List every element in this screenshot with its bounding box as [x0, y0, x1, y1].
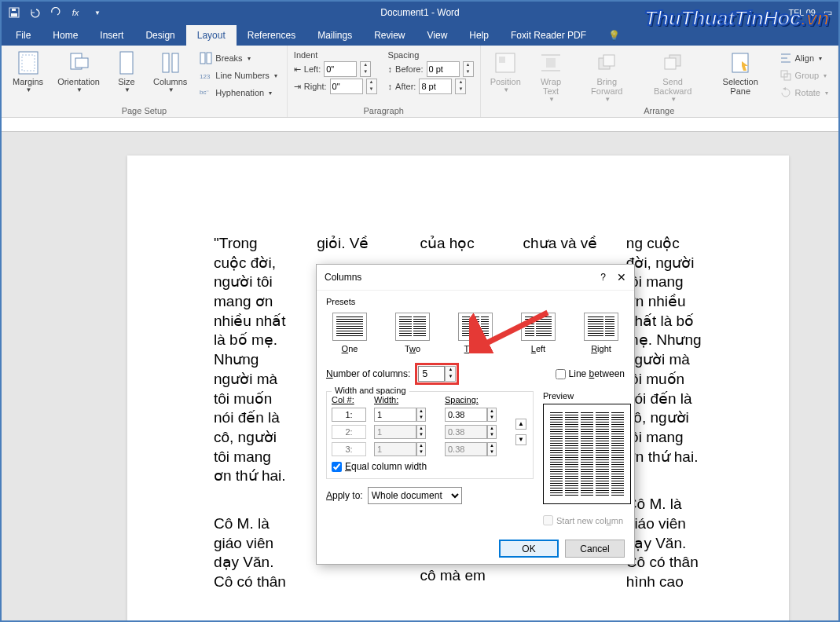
group-arrange: Position▼ Wrap Text▼ Bring Forward▼ Send… [481, 46, 838, 117]
tab-file[interactable]: File [5, 25, 42, 46]
quick-access-toolbar: fx ▼ [8, 6, 104, 19]
group-paragraph: Indent ⇤Left:▲▼ ⇥Right:▲▼ Spacing ↕Befor… [288, 46, 481, 117]
svg-rect-6 [75, 58, 88, 68]
svg-rect-20 [603, 55, 614, 66]
spacing-label: Spacing [388, 50, 474, 60]
dialog-titlebar[interactable]: Columns ? ✕ [317, 265, 634, 291]
breaks-button[interactable]: Breaks▾ [196, 50, 280, 66]
presets-label: Presets [326, 297, 625, 306]
svg-rect-11 [207, 53, 211, 64]
presets-row: OneTwoThreeLeftRight [326, 309, 625, 360]
svg-rect-16 [546, 58, 556, 68]
send-backward-button: Send Backward▼ [640, 49, 704, 104]
tab-design[interactable]: Design [134, 25, 185, 46]
tab-help[interactable]: Help [458, 25, 500, 46]
save-icon[interactable] [8, 6, 20, 19]
start-new-column-checkbox: Start new column [543, 515, 631, 525]
columns-button[interactable]: Columns▼ [149, 49, 192, 104]
window-controls: ▭ [823, 7, 832, 18]
help-icon[interactable]: ? [600, 272, 606, 283]
wrap-text-button: Wrap Text▼ [529, 49, 573, 104]
line-numbers-button[interactable]: 123Line Numbers▾ [196, 68, 280, 83]
ribbon: Margins▼ Orientation▼ Size▼ Columns▼ Bre… [2, 46, 838, 118]
svg-rect-1 [11, 13, 17, 16]
close-icon[interactable]: ✕ [617, 271, 626, 284]
num-columns-label: Number of columns: [326, 368, 410, 379]
svg-rect-15 [499, 57, 505, 63]
tab-review[interactable]: Review [363, 25, 416, 46]
spacing-before-field[interactable]: ↕Before:▲▼ [388, 61, 474, 77]
user-badge[interactable]: TFL 09 [789, 8, 823, 17]
hyphenation-button[interactable]: bc⁻Hyphenation▾ [196, 85, 280, 101]
preset-three[interactable]: Three [458, 313, 493, 353]
preview-label: Preview [543, 391, 631, 401]
text-col-1: "Trong cuộc đời, người tôi mang ơn nhiều… [214, 234, 290, 620]
indent-left-field[interactable]: ⇤Left:▲▼ [294, 61, 377, 77]
text-col-5: ng cuộc đời, người tôi mang ơn nhiều nhấ… [626, 234, 702, 620]
tab-insert[interactable]: Insert [89, 25, 134, 46]
size-button[interactable]: Size▼ [109, 49, 144, 104]
preset-one[interactable]: One [332, 313, 367, 353]
svg-text:bc⁻: bc⁻ [200, 89, 209, 96]
preset-left[interactable]: Left [521, 313, 556, 353]
group-page-setup: Margins▼ Orientation▼ Size▼ Columns▼ Bre… [2, 46, 288, 117]
width-spacing-group: Width and spacing Col #:Width:Spacing:1:… [326, 391, 534, 479]
fx-icon[interactable]: fx [69, 6, 82, 19]
ribbon-options-icon[interactable]: ▭ [823, 7, 832, 18]
qat-dropdown-icon[interactable]: ▼ [91, 6, 104, 19]
line-between-checkbox[interactable]: Line between [556, 368, 625, 379]
margins-button[interactable]: Margins▼ [8, 49, 48, 104]
title-bar: fx ▼ Document1 - Word TFL 09 ▭ [2, 2, 838, 24]
align-button[interactable]: Align▾ [776, 50, 831, 66]
ribbon-tabs: File Home Insert Design Layout Reference… [2, 24, 838, 46]
selection-pane-button[interactable]: Selection Pane [710, 49, 772, 104]
undo-icon[interactable] [28, 6, 41, 19]
apply-to-label: Apply to: [326, 490, 363, 501]
bring-forward-button: Bring Forward▼ [578, 49, 636, 104]
apply-to-select[interactable]: Whole document [368, 487, 462, 504]
tab-references[interactable]: References [237, 25, 306, 46]
tab-foxit[interactable]: Foxit Reader PDF [500, 25, 597, 46]
preview-box [543, 404, 631, 504]
redo-icon[interactable] [49, 6, 61, 19]
tell-me-icon[interactable]: 💡 [597, 25, 631, 46]
dialog-title: Columns [325, 272, 600, 283]
tab-layout[interactable]: Layout [186, 25, 237, 46]
preset-right[interactable]: Right [584, 313, 618, 353]
num-columns-input[interactable] [418, 366, 445, 382]
group-button: Group▾ [776, 68, 831, 83]
ok-button[interactable]: OK [499, 540, 559, 558]
tab-view[interactable]: View [416, 25, 459, 46]
indent-label: Indent [294, 50, 377, 60]
preset-two[interactable]: Two [395, 313, 430, 353]
num-columns-spinner[interactable]: ▲▼ [445, 366, 456, 382]
svg-rect-22 [665, 58, 676, 69]
svg-rect-8 [163, 53, 169, 72]
window-title: Document1 - Word [380, 7, 459, 18]
tab-mailings[interactable]: Mailings [306, 25, 363, 46]
horizontal-ruler[interactable] [2, 118, 838, 132]
equal-width-checkbox[interactable]: Equal column width [332, 461, 528, 472]
indent-right-field[interactable]: ⇥Right:▲▼ [294, 79, 377, 94]
svg-text:123: 123 [200, 73, 211, 80]
svg-rect-7 [120, 52, 133, 74]
cancel-button[interactable]: Cancel [565, 540, 625, 558]
spacing-after-field[interactable]: ↕After:▲▼ [388, 79, 474, 94]
svg-rect-9 [172, 53, 178, 72]
rotate-button: Rotate▾ [776, 85, 831, 101]
orientation-button[interactable]: Orientation▼ [53, 49, 105, 104]
columns-dialog: Columns ? ✕ Presets OneTwoThreeLeftRight… [316, 264, 635, 565]
num-columns-highlight: ▲▼ [415, 363, 459, 385]
svg-rect-2 [12, 9, 16, 11]
position-button: Position▼ [487, 49, 524, 104]
tab-home[interactable]: Home [42, 25, 89, 46]
svg-rect-10 [200, 53, 205, 64]
